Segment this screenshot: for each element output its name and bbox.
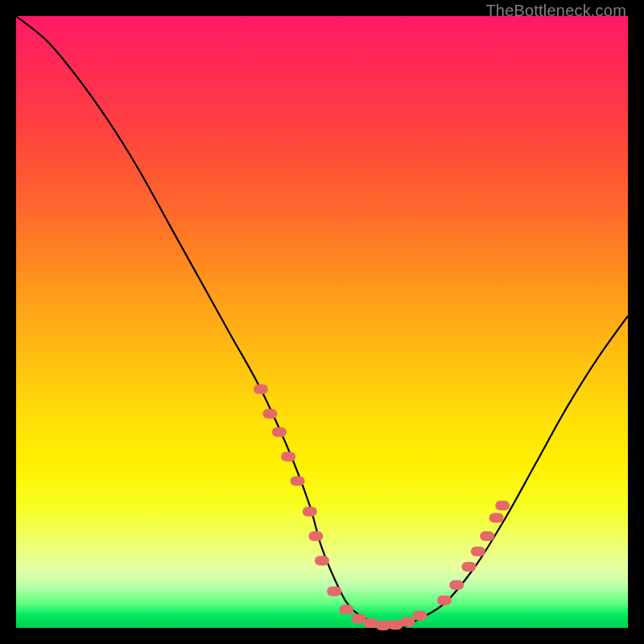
curve-marker — [254, 385, 268, 394]
curve-marker — [495, 501, 510, 510]
marker-group — [254, 385, 510, 630]
curve-marker — [437, 596, 452, 605]
curve-marker — [262, 409, 277, 419]
curve-marker — [272, 427, 287, 437]
curve-marker — [400, 617, 415, 626]
curve-marker — [352, 614, 366, 624]
curve-marker — [480, 531, 494, 541]
curve-marker — [281, 452, 295, 461]
curve-marker — [489, 513, 504, 522]
curve-marker — [413, 611, 427, 621]
curve-marker — [291, 477, 305, 486]
curve-marker — [308, 531, 323, 541]
curve-marker — [471, 547, 485, 556]
curve-marker — [449, 580, 464, 590]
watermark-text: TheBottleneck.com — [485, 2, 626, 20]
curve-marker — [327, 586, 341, 596]
chart-frame: TheBottleneck.com — [0, 0, 644, 644]
curve-marker — [364, 618, 378, 628]
curve-marker — [315, 555, 329, 565]
curve-marker — [339, 605, 353, 614]
curve-marker — [461, 562, 476, 572]
gradient-plot-area — [16, 16, 628, 628]
curve-layer — [16, 16, 628, 628]
curve-marker — [303, 507, 317, 517]
